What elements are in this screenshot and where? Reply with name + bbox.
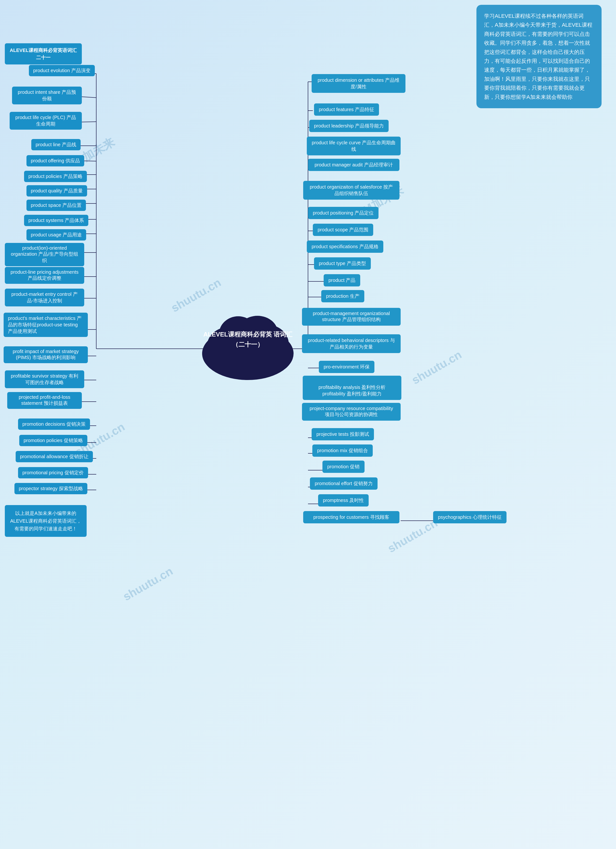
left-node-5: product offering 供应品 (27, 155, 84, 167)
left-node-22: propector strategy 探索型战略 (15, 483, 87, 494)
left-node-12: product-line pricing adjustments 产品线定价调整 (5, 267, 84, 284)
watermark-4: shuutu.cn (121, 564, 175, 603)
right-node-1: product dimension or attributes 产品维度/属性 (312, 74, 406, 93)
right-node-23: prospecting for customers 寻找顾客 (303, 511, 400, 523)
left-node-2: product intent share 产品预份额 (12, 86, 82, 104)
left-header-text: ALEVEL课程商科必背英语词汇二十一 (10, 48, 77, 60)
left-node-1: product evolution 产品演变 (29, 65, 95, 76)
left-header: ALEVEL课程商科必背英语词汇二十一 (5, 43, 82, 64)
bottom-footer: 以上就是A加未来小编带来的ALEVEL课程商科必背英语词汇，有需要的同学们速速走… (5, 505, 87, 537)
right-node-2: product features 产品特征 (314, 103, 379, 116)
right-node-11: product 产品 (324, 274, 360, 286)
left-node-13: product-market entry control 产品-市场进入控制 (5, 289, 84, 307)
right-node-4: product life cycle curve 产品生命周期曲线 (307, 137, 401, 155)
left-node-11: product(ion)-oriented organization 产品/生产… (5, 243, 84, 266)
left-node-18: promotion decisions 促销决策 (18, 419, 90, 430)
cloud-center: ALEVEL课程商科必背英 语词汇（二十一） (197, 305, 298, 383)
right-node-7: product positioning 产品定位 (308, 207, 379, 219)
left-node-20: promotional allowance 促销折让 (16, 451, 93, 462)
right-node-13: product-management organizational struct… (302, 308, 401, 326)
cloud-text: ALEVEL课程商科必背英 语词汇（二十一） (197, 329, 298, 350)
right-node-3: product leadership 产品领导能力 (309, 120, 389, 132)
right-node-5: product manager audit 产品经理审计 (308, 159, 400, 171)
left-node-7: product quality 产品质量 (27, 185, 87, 197)
connector-lines (0, 0, 616, 849)
right-node-8: product scope 产品范围 (313, 224, 373, 236)
info-bubble: 学习ALEVEL课程续不过各种各样的英语词汇，A加未来小编今天带来于货，ALEV… (476, 5, 601, 108)
left-node-8: product space 产品位置 (27, 200, 86, 211)
right-node-9: product specifications 产品规格 (307, 240, 383, 253)
left-node-10: product usage 产品用途 (27, 229, 86, 240)
right-node-19: promotion mix 促销组合 (312, 444, 373, 457)
far-right-node: psychographics 心理统计特征 (433, 511, 507, 523)
left-node-17: projected profit-and-loss statement 预计损益… (7, 392, 82, 409)
left-node-9: product systems 产品体系 (24, 215, 88, 226)
right-node-17: project-company resource compatibility 项… (302, 403, 401, 421)
right-node-6: product organizaiton of salesforce 按产品组织… (303, 181, 400, 200)
left-node-21: promotional pricing 促销定价 (18, 467, 88, 478)
right-node-22: promptness 及时性 (318, 494, 368, 506)
right-node-16: profitability analysis 盈利性分析 profitabili… (303, 376, 401, 400)
left-node-19: promotion policies 促销策略 (19, 435, 87, 446)
page-container: M加未来 shuutu.cn shuutu.cn shuutu.cn M加未来 … (0, 0, 616, 849)
left-node-4: product line 产品线 (31, 139, 81, 150)
left-node-15: profit impact of market strategy (PIMS) … (4, 346, 88, 363)
right-node-21: promotional effort 促销努力 (310, 477, 377, 490)
left-node-16: profitable survivor strategy 有利可图的生存者战略 (5, 370, 84, 388)
left-node-14: product's market characteristics 产品的市场特征… (4, 313, 88, 337)
right-node-20: promotion 促销 (322, 460, 365, 473)
bottom-footer-text: 以上就是A加未来小编带来的ALEVEL课程商科必背英语词汇，有需要的同学们速速走… (10, 511, 81, 531)
info-bubble-text: 学习ALEVEL课程续不过各种各样的英语词汇，A加未来小编今天带来于货，ALEV… (484, 13, 592, 100)
cloud-title: ALEVEL课程商科必背英 语词汇（二十一） (203, 331, 292, 348)
right-node-15: pro-environment 环保 (319, 361, 374, 373)
watermark-6: shuutu.cn (410, 348, 464, 387)
right-node-14: product-related behavioral descriptors 与… (302, 334, 401, 353)
left-node-3: product life cycle (PLC) 产品生命周期 (10, 112, 82, 130)
right-node-10: product type 产品类型 (314, 257, 371, 270)
right-node-12: production 生产 (321, 290, 364, 302)
left-node-6: product policies 产品策略 (24, 171, 87, 182)
right-node-18: projective tests 投影测试 (312, 428, 374, 440)
